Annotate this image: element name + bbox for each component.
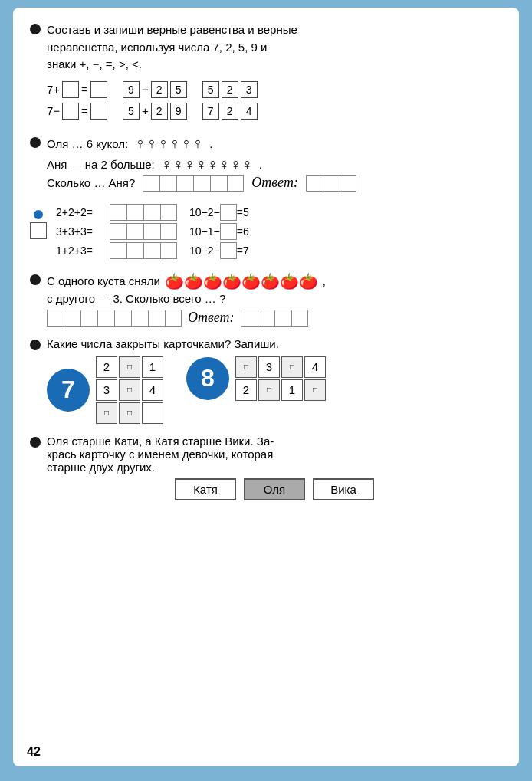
answer-grid-2 bbox=[143, 175, 244, 192]
card-7-5[interactable]: □ bbox=[119, 379, 140, 401]
ans-cell[interactable] bbox=[210, 175, 227, 192]
anya-text: Аня — на 2 больше: bbox=[47, 158, 155, 171]
section-1-content: Составь и запиши верные равенства и верн… bbox=[47, 21, 502, 124]
cell-2a: 2 bbox=[151, 81, 168, 98]
tomato-icons: 🍅🍅🍅🍅🍅🍅🍅🍅 bbox=[165, 272, 318, 290]
cell-4a: 4 bbox=[241, 103, 258, 120]
section-1-text: Составь и запиши верные равенства и верн… bbox=[47, 21, 502, 74]
calc-row-r2: 10−1− =6 bbox=[189, 223, 249, 240]
math-row-2: 7− = 5 + 2 9 7 2 4 bbox=[47, 103, 502, 120]
calc-left: 2+2+2= 3+3+3= bbox=[56, 204, 177, 261]
calc-cols: 2+2+2= 3+3+3= bbox=[56, 204, 502, 261]
card-8-8[interactable]: □ bbox=[304, 379, 326, 401]
card-7-1: 2 bbox=[96, 356, 117, 378]
ans-cell[interactable] bbox=[323, 175, 340, 192]
card-8-5: 2 bbox=[235, 379, 257, 401]
otvet-label-4: Ответ: bbox=[188, 310, 235, 326]
ans-cell[interactable] bbox=[340, 175, 356, 192]
name-btn-olya[interactable]: Оля bbox=[244, 478, 305, 500]
cell-7minus-1[interactable] bbox=[62, 103, 79, 120]
ans-grid-4 bbox=[47, 310, 182, 327]
card-8-4: 4 bbox=[304, 356, 326, 378]
card-8-7: 1 bbox=[281, 379, 303, 401]
calc-row-r1: 10−2− =5 bbox=[189, 204, 249, 221]
cell-row-2 bbox=[110, 223, 177, 240]
small-box bbox=[30, 222, 47, 239]
bullet-3 bbox=[34, 210, 43, 219]
numbers-section: 7 2 □ 1 3 □ 4 bbox=[47, 356, 502, 424]
card-8-2: 3 bbox=[258, 356, 280, 378]
card-8-1[interactable]: □ bbox=[235, 356, 257, 378]
cell-2c: 2 bbox=[151, 103, 168, 120]
anya-question-row: Сколько … Аня? Ответ: bbox=[47, 175, 502, 192]
card-grid-8: □ 3 □ 4 2 □ 1 bbox=[235, 356, 326, 401]
expr-5plus2-9: 5 + 2 9 bbox=[123, 103, 187, 120]
section-3-content: 2+2+2= 3+3+3= bbox=[56, 204, 502, 261]
cell-7plus-2[interactable] bbox=[90, 81, 107, 98]
tomato-row: С одного куста сняли 🍅🍅🍅🍅🍅🍅🍅🍅 , bbox=[47, 272, 502, 290]
dolls-row-2: Аня — на 2 больше: ♀♀♀♀♀♀♀♀ . bbox=[47, 156, 502, 173]
ans-cell[interactable] bbox=[143, 175, 159, 192]
section-4: С одного куста сняли 🍅🍅🍅🍅🍅🍅🍅🍅 , с другог… bbox=[30, 272, 502, 327]
name-btn-katya[interactable]: Катя bbox=[175, 478, 236, 500]
name-buttons-row: Катя Оля Вика bbox=[47, 478, 502, 500]
card-8-3[interactable]: □ bbox=[281, 356, 303, 378]
cell-2d: 2 bbox=[222, 103, 238, 120]
ans-cell[interactable] bbox=[159, 175, 176, 192]
ans-cell[interactable] bbox=[227, 175, 244, 192]
doll-icon: ♀♀♀♀♀♀ bbox=[134, 135, 203, 153]
expr-7minus: 7− = bbox=[47, 103, 107, 120]
section-6-text3: старше двух других. bbox=[47, 461, 155, 474]
card-7-6: 4 bbox=[142, 379, 163, 401]
page-number: 42 bbox=[27, 745, 41, 759]
cell-7minus-2[interactable] bbox=[90, 103, 107, 120]
card-grid-7: 2 □ 1 3 □ 4 bbox=[96, 356, 163, 424]
ans-cell[interactable] bbox=[193, 175, 210, 192]
bullet-4 bbox=[30, 274, 41, 285]
card-7-4: 3 bbox=[96, 379, 117, 401]
calc-row-1: 2+2+2= bbox=[56, 204, 177, 221]
cell-5c: 5 bbox=[123, 103, 140, 120]
answer-grid-2b bbox=[306, 175, 356, 192]
cell-row-1 bbox=[110, 204, 177, 221]
card-7-8[interactable]: □ bbox=[119, 402, 140, 424]
math-row-1: 7+ = 9 − 2 5 5 2 3 bbox=[47, 81, 502, 98]
section-1: Составь и запиши верные равенства и верн… bbox=[30, 21, 502, 124]
expr-523: 5 2 3 bbox=[202, 81, 258, 98]
section-5-text: Какие числа закрыты карточками? Запиши. bbox=[47, 337, 502, 350]
section-3: 2+2+2= 3+3+3= bbox=[30, 204, 502, 261]
ans-cell[interactable] bbox=[176, 175, 193, 192]
cell-5a: 5 bbox=[170, 81, 187, 98]
tomato-text2: с другого — 3. Сколько всего … ? bbox=[47, 292, 502, 305]
section-3-markers bbox=[30, 204, 47, 239]
ola-text: Оля … 6 кукол: bbox=[47, 137, 128, 150]
calc-row-2: 3+3+3= bbox=[56, 223, 177, 240]
page: Составь и запиши верные равенства и верн… bbox=[13, 8, 519, 766]
cell-9b: 9 bbox=[170, 103, 187, 120]
card-7-9 bbox=[142, 402, 163, 424]
doll-group-1: ♀♀♀♀♀♀ bbox=[134, 135, 203, 153]
section-2-content: Оля … 6 кукол: ♀♀♀♀♀♀ . Аня — на 2 больш… bbox=[47, 135, 502, 193]
section-6-text2: крась карточку с именем девочки, которая bbox=[47, 448, 273, 461]
cell-3a: 3 bbox=[241, 81, 258, 98]
doll-group-2: ♀♀♀♀♀♀♀♀ bbox=[161, 156, 253, 173]
ans-cell[interactable] bbox=[306, 175, 323, 192]
section-5-content: Какие числа закрыты карточками? Запиши. … bbox=[47, 337, 502, 424]
number-group-8: 8 □ 3 □ 4 2 bbox=[186, 356, 326, 401]
number-group-7: 7 2 □ 1 3 □ 4 bbox=[47, 356, 163, 424]
calc-right: 10−2− =5 10−1− =6 10−2− =7 bbox=[189, 204, 249, 261]
section-4-content: С одного куста сняли 🍅🍅🍅🍅🍅🍅🍅🍅 , с другог… bbox=[47, 272, 502, 327]
calc-row-r3: 10−2− =7 bbox=[189, 242, 249, 259]
card-8-6[interactable]: □ bbox=[258, 379, 280, 401]
name-btn-vika[interactable]: Вика bbox=[313, 478, 374, 500]
card-7-7[interactable]: □ bbox=[96, 402, 117, 424]
cell-2b: 2 bbox=[222, 81, 238, 98]
circle-8: 8 bbox=[186, 357, 229, 400]
section-6-content: Оля старше Кати, а Катя старше Вики. За-… bbox=[47, 435, 502, 500]
bullet-2 bbox=[30, 137, 41, 148]
section-5: Какие числа закрыты карточками? Запиши. … bbox=[30, 337, 502, 424]
card-7-2[interactable]: □ bbox=[119, 356, 140, 378]
cell-7plus-1[interactable] bbox=[62, 81, 79, 98]
dolls-row-1: Оля … 6 кукол: ♀♀♀♀♀♀ . bbox=[47, 135, 502, 153]
otvet-label-2: Ответ: bbox=[251, 175, 298, 191]
